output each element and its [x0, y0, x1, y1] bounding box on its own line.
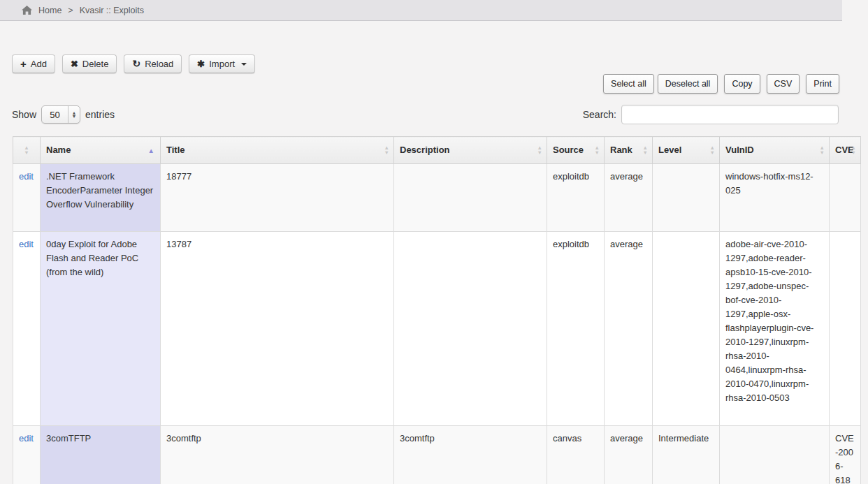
cell-title: 18777: [161, 164, 394, 232]
import-dropdown-button[interactable]: ✱ Import: [189, 54, 255, 73]
column-label: Source: [553, 145, 584, 155]
plus-icon: +: [20, 59, 27, 68]
breadcrumb-separator: >: [68, 6, 73, 15]
breadcrumb-home[interactable]: Home: [38, 6, 62, 15]
csv-button[interactable]: CSV: [767, 74, 800, 94]
column-header-edit[interactable]: ▲▼: [13, 137, 41, 164]
cell-cve: [830, 232, 861, 426]
column-header-name[interactable]: Name▲: [41, 137, 161, 164]
column-label: VulnID: [725, 145, 754, 155]
column-label: Rank: [610, 145, 632, 155]
breadcrumb-current: Kvasir :: Exploits: [80, 6, 144, 15]
sort-both-icon: ▲▼: [384, 146, 389, 155]
table-row: edit0day Exploit for Adobe Flash and Rea…: [13, 232, 861, 426]
edit-link[interactable]: edit: [19, 239, 34, 249]
toolbar: + Add ✖ Delete ↻ Reload ✱ Import: [12, 54, 255, 73]
column-header-vulnid[interactable]: VulnID▲▼: [720, 137, 830, 164]
column-label: Level: [658, 145, 681, 155]
cell-vulnid: [720, 426, 830, 484]
column-header-description[interactable]: Description▲▼: [394, 137, 547, 164]
search-input[interactable]: [621, 105, 839, 124]
cell-edit: edit: [13, 164, 41, 232]
sort-both-icon: ▲▼: [24, 146, 29, 155]
sort-both-icon: ▲▼: [537, 146, 542, 155]
cell-edit: edit: [13, 232, 41, 426]
cell-rank: average: [605, 232, 653, 426]
sort-both-icon: ▲▼: [595, 146, 600, 155]
sort-ascending-icon: ▲: [148, 147, 154, 154]
cell-source: exploitdb: [547, 232, 605, 426]
cell-source: exploitdb: [547, 164, 605, 232]
asterisk-icon: ✱: [197, 59, 205, 68]
cell-rank: average: [605, 426, 653, 484]
sort-both-icon: ▲▼: [851, 146, 856, 155]
copy-button[interactable]: Copy: [724, 74, 760, 94]
delete-button[interactable]: ✖ Delete: [62, 54, 117, 73]
cell-name: 0day Exploit for Adobe Flash and Reader …: [41, 232, 161, 426]
select-all-button[interactable]: Select all: [603, 74, 654, 94]
search-control: Search:: [583, 105, 839, 124]
entries-select-value: 50: [42, 106, 68, 123]
sort-both-icon: ▲▼: [710, 146, 715, 155]
caret-down-icon: [241, 63, 247, 66]
reload-button[interactable]: ↻ Reload: [124, 54, 182, 73]
column-label: Name: [46, 145, 71, 155]
table-row: edit3comTFTP3comtftp3comtftpcanvasaverag…: [13, 426, 861, 484]
cross-icon: ✖: [71, 59, 78, 68]
exploits-table: ▲▼Name▲Title▲▼Description▲▼Source▲▼Rank▲…: [13, 136, 861, 484]
search-label: Search:: [583, 109, 616, 120]
edit-link[interactable]: edit: [19, 433, 34, 443]
refresh-icon: ↻: [132, 59, 140, 68]
column-label: Title: [166, 145, 185, 155]
edit-link[interactable]: edit: [19, 171, 34, 182]
cell-vulnid: adobe-air-cve-2010-1297,adobe-reader-aps…: [720, 232, 830, 426]
cell-source: canvas: [547, 426, 605, 484]
cell-level: Intermediate: [653, 426, 720, 484]
cell-level: [653, 164, 720, 232]
column-header-level[interactable]: Level▲▼: [653, 137, 720, 164]
entries-select[interactable]: 50 ▲▼: [41, 105, 80, 124]
cell-name: .NET Framework EncoderParameter Integer …: [41, 164, 161, 232]
breadcrumb-bar: Home > Kvasir :: Exploits: [0, 0, 842, 21]
cell-title: 3comtftp: [161, 426, 394, 484]
sort-both-icon: ▲▼: [820, 146, 825, 155]
deselect-all-button[interactable]: Deselect all: [658, 74, 718, 94]
stepper-arrows-icon: ▲▼: [68, 106, 80, 123]
delete-button-label: Delete: [82, 59, 109, 69]
sort-both-icon: ▲▼: [643, 146, 648, 155]
print-button[interactable]: Print: [806, 74, 839, 94]
column-header-source[interactable]: Source▲▼: [547, 137, 605, 164]
entries-label: entries: [85, 109, 115, 120]
cell-description: [394, 164, 547, 232]
column-header-cve[interactable]: CVE▲▼: [830, 137, 861, 164]
cell-description: 3comtftp: [394, 426, 547, 484]
column-header-rank[interactable]: Rank▲▼: [605, 137, 653, 164]
cell-rank: average: [605, 164, 653, 232]
cell-cve: [830, 164, 861, 232]
cell-description: [394, 232, 547, 426]
cell-cve: CVE-2006-6183: [830, 426, 861, 484]
cell-vulnid: windows-hotfix-ms12-025: [720, 164, 830, 232]
column-label: Description: [400, 145, 450, 155]
column-header-title[interactable]: Title▲▼: [161, 137, 394, 164]
exploits-table-wrapper: ▲▼Name▲Title▲▼Description▲▼Source▲▼Rank▲…: [13, 136, 861, 484]
table-tools: Select all Deselect all Copy CSV Print: [600, 74, 839, 94]
page-length-control: Show 50 ▲▼ entries: [12, 105, 115, 124]
add-button[interactable]: + Add: [12, 54, 55, 73]
show-label: Show: [12, 109, 36, 120]
cell-edit: edit: [13, 426, 41, 484]
cell-title: 13787: [161, 232, 394, 426]
cell-name: 3comTFTP: [41, 426, 161, 484]
add-button-label: Add: [31, 59, 47, 69]
reload-button-label: Reload: [145, 59, 173, 69]
table-row: edit.NET Framework EncoderParameter Inte…: [13, 164, 861, 232]
home-icon: [22, 6, 32, 15]
import-button-label: Import: [209, 59, 235, 69]
cell-level: [653, 232, 720, 426]
